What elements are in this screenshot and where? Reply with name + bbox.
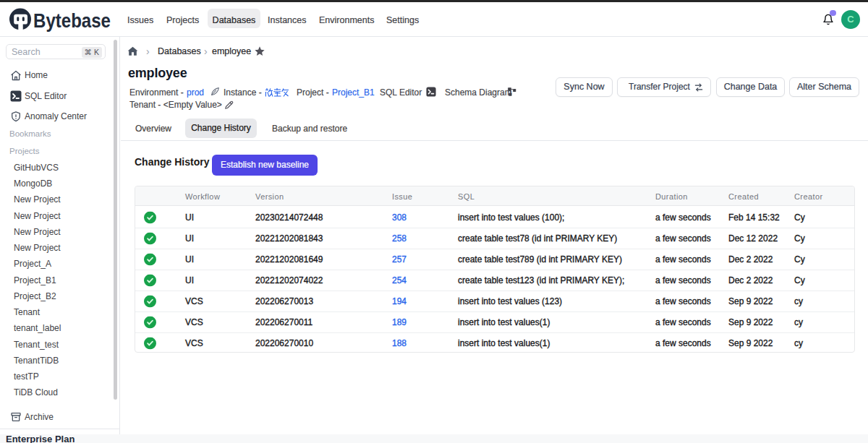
svg-text:Bytebase: Bytebase [33,9,111,32]
